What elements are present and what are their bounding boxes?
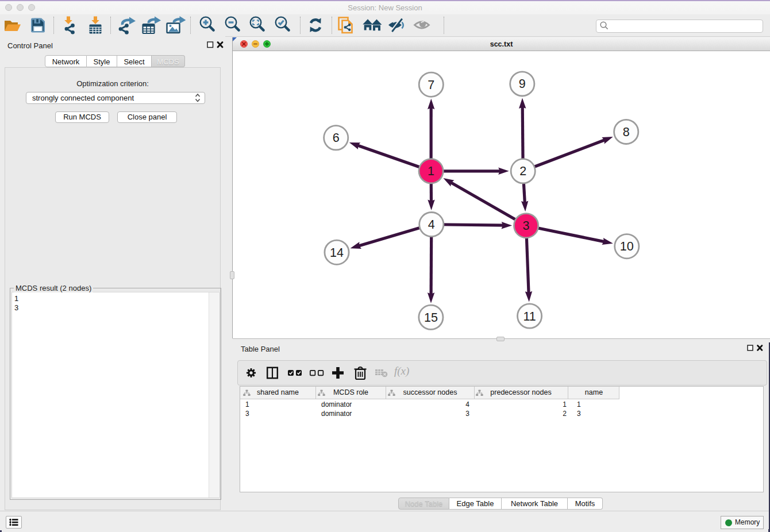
svg-text:4: 4 xyxy=(428,218,435,232)
svg-text:14: 14 xyxy=(330,246,344,260)
svg-text:3: 3 xyxy=(523,219,530,233)
svg-text:11: 11 xyxy=(523,310,536,323)
svg-text:15: 15 xyxy=(424,311,438,325)
svg-text:10: 10 xyxy=(620,240,634,253)
svg-text:1: 1 xyxy=(428,164,434,178)
svg-text:8: 8 xyxy=(623,125,630,139)
svg-text:7: 7 xyxy=(428,78,434,92)
svg-text:6: 6 xyxy=(333,131,340,145)
svg-text:9: 9 xyxy=(519,77,526,91)
svg-text:2: 2 xyxy=(519,164,526,178)
